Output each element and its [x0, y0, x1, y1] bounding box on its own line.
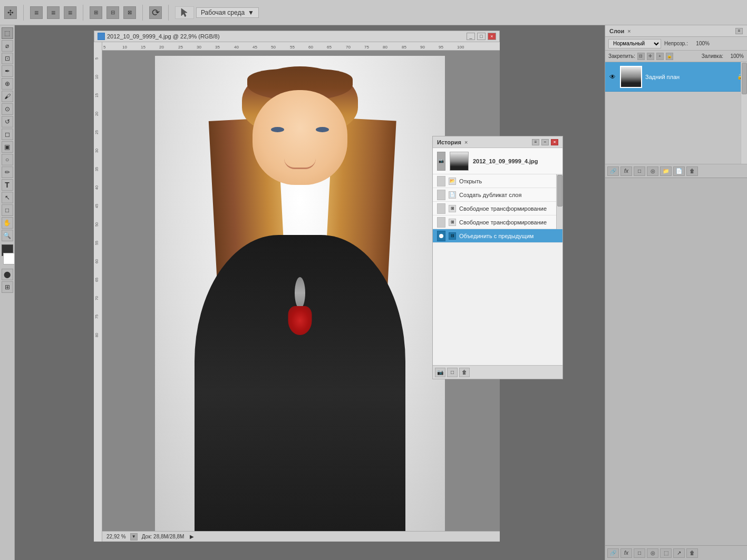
opacity-value[interactable]: 100%: [691, 41, 710, 46]
layer-style-button[interactable]: fx: [620, 166, 632, 176]
history-item-transform1[interactable]: ⊞ Свободное трансформирование: [433, 202, 562, 215]
svg-text:5: 5: [95, 57, 99, 60]
auto-select-icon[interactable]: ⟳: [149, 6, 162, 19]
distribute-3-icon[interactable]: ⊠: [123, 6, 136, 19]
svg-text:30: 30: [95, 149, 99, 153]
layers-panel-close-x[interactable]: ×: [627, 28, 630, 34]
move-tool-icon[interactable]: ✣: [4, 6, 17, 19]
link-layers-button[interactable]: 🔗: [607, 166, 619, 176]
lock-move-icon[interactable]: ✛: [647, 53, 654, 60]
delete-history-button[interactable]: 🗑: [459, 368, 470, 377]
eraser-tool[interactable]: ◻: [2, 129, 13, 140]
align-left-icon[interactable]: ≡: [30, 6, 43, 19]
eyedropper-tool[interactable]: ✒: [2, 65, 13, 77]
lock-pixel-icon[interactable]: +: [656, 53, 664, 60]
path-select-tool[interactable]: ↖: [2, 192, 13, 203]
healing-tool[interactable]: ⊕: [2, 78, 13, 90]
arrow-icon-bottom[interactable]: ↗: [673, 548, 685, 558]
svg-text:100: 100: [457, 45, 464, 50]
svg-text:10: 10: [122, 45, 127, 50]
layers-scrollbar-thumb[interactable]: [742, 63, 747, 94]
delete-layer-button[interactable]: 🗑: [686, 166, 698, 176]
lasso-tool[interactable]: ⌀: [2, 40, 13, 52]
history-action-dup-icon: 📄: [449, 191, 456, 199]
history-scrollbar[interactable]: [556, 174, 562, 229]
hand-tool[interactable]: ✋: [2, 217, 13, 229]
quick-mask-tool[interactable]: ⬤: [2, 269, 13, 280]
maximize-button[interactable]: □: [477, 33, 486, 40]
blend-mode-select[interactable]: Нормальный: [608, 39, 661, 48]
clone-tool[interactable]: ⊙: [2, 103, 13, 115]
history-item-open[interactable]: 📂 Открыть: [433, 174, 562, 188]
screen-mode-tool[interactable]: ⊞: [2, 281, 13, 293]
gradient-tool[interactable]: ▣: [2, 141, 13, 153]
history-item-transform2[interactable]: ⊞ Свободное трансформирование: [433, 215, 562, 229]
text-tool[interactable]: T: [2, 179, 13, 191]
layers-panel-controls: ≡: [735, 28, 743, 34]
history-close-x[interactable]: ×: [464, 139, 468, 145]
top-toolbar: ✣ ≡ ≡ ≡ ⊞ ⊟ ⊠ ⟳ Рабочая среда ▼: [0, 0, 747, 25]
lock-all-icon[interactable]: 🔒: [666, 53, 673, 60]
svg-text:70: 70: [346, 45, 351, 50]
link-icon-bottom[interactable]: 🔗: [607, 548, 619, 558]
zoom-menu-icon[interactable]: ▼: [130, 533, 138, 541]
zoom-tool[interactable]: 🔍: [2, 230, 13, 241]
status-arrow-icon[interactable]: ▶: [188, 533, 196, 541]
canvas-top-grey: [155, 51, 450, 56]
minimize-button[interactable]: _: [467, 33, 475, 40]
workspace-dropdown[interactable]: Рабочая среда ▼: [196, 7, 259, 18]
create-document-button[interactable]: □: [447, 368, 458, 377]
rect-icon-bottom[interactable]: ⬚: [660, 548, 672, 558]
opacity-label: Непрозр.:: [664, 41, 688, 46]
history-item-merge[interactable]: ⊟ Объединить с предыдущим: [433, 229, 562, 243]
mask-icon-bottom[interactable]: □: [634, 548, 645, 558]
crop-tool[interactable]: ⊡: [2, 53, 13, 64]
cursor-icon[interactable]: [175, 6, 194, 19]
background-color[interactable]: [3, 253, 15, 264]
svg-text:35: 35: [95, 167, 99, 171]
history-item-duplicate[interactable]: 📄 Создать дубликат слоя: [433, 188, 562, 202]
layers-panel-titlebar: Слои × ≡: [605, 25, 747, 37]
fill-value[interactable]: 100%: [725, 53, 744, 59]
history-item-open-label: Открыть: [459, 178, 482, 184]
layers-scrollbar[interactable]: [741, 62, 747, 164]
group-layers-button[interactable]: 📁: [660, 166, 672, 176]
ruler-left: 5 10 15 20 25 30 35 40 45 50 55 60 65 70…: [94, 42, 102, 542]
svg-text:25: 25: [178, 45, 183, 50]
shape-tool[interactable]: □: [2, 204, 13, 216]
history-close-btn[interactable]: ×: [551, 139, 558, 145]
close-button[interactable]: ×: [488, 33, 496, 40]
adjustment-layer-button[interactable]: ◎: [647, 166, 658, 176]
layers-panel-menu[interactable]: ≡: [735, 28, 743, 34]
history-panel-menu[interactable]: ≡: [532, 139, 539, 145]
doc-info: Док: 28,8M/28,8M: [142, 534, 185, 539]
distribute-2-icon[interactable]: ⊟: [106, 6, 119, 19]
align-right-icon[interactable]: ≡: [64, 6, 76, 19]
history-minimize-btn[interactable]: −: [541, 139, 549, 145]
dodge-tool[interactable]: ○: [2, 154, 13, 165]
history-state-marker-4: [437, 217, 445, 228]
history-brush-tool[interactable]: ↺: [2, 116, 13, 127]
svg-text:90: 90: [420, 45, 425, 50]
zoom-level: 22,92 %: [106, 534, 126, 539]
selection-tool[interactable]: ⬚: [2, 27, 13, 39]
brush-tool[interactable]: 🖌: [2, 91, 13, 102]
right-panel-bottom-bar: 🔗 fx □ ◎ ⬚ ↗ 🗑: [605, 545, 747, 560]
svg-text:30: 30: [197, 45, 201, 50]
new-layer-button[interactable]: 📄: [673, 166, 685, 176]
svg-text:15: 15: [95, 93, 99, 97]
layer-item-background[interactable]: 👁 Задний план 🔒: [605, 62, 747, 92]
layer-mask-button[interactable]: □: [634, 166, 645, 176]
history-scrollbar-thumb[interactable]: [557, 175, 562, 207]
layer-visibility-icon[interactable]: 👁: [608, 73, 617, 81]
trash-icon-bottom[interactable]: 🗑: [686, 548, 698, 558]
pen-tool[interactable]: ✏: [2, 166, 13, 178]
svg-text:10: 10: [95, 75, 99, 79]
distribute-1-icon[interactable]: ⊞: [90, 6, 102, 19]
fx-icon-bottom[interactable]: fx: [620, 548, 632, 558]
align-center-icon[interactable]: ≡: [47, 6, 60, 19]
lock-position-icon[interactable]: ⊡: [637, 53, 645, 60]
status-bar: 22,92 % ▼ Док: 28,8M/28,8M ▶: [102, 531, 500, 542]
circle-icon-bottom[interactable]: ◎: [647, 548, 658, 558]
new-snapshot-button[interactable]: 📷: [435, 368, 445, 377]
